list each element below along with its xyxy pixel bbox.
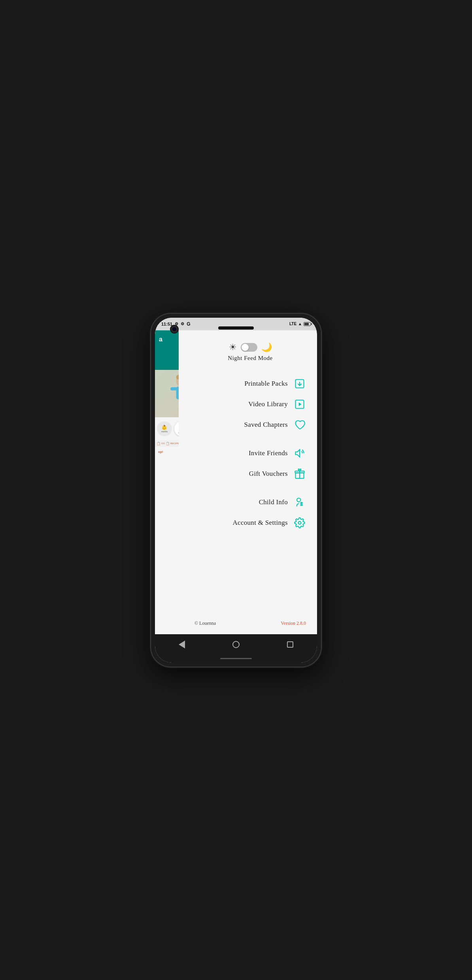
menu-section-3: Child Info <box>194 492 306 533</box>
gift-vouchers-item[interactable]: Gift Vouchers <box>194 464 306 484</box>
battery-icon <box>304 322 311 326</box>
baby-icon-0: 👶 <box>161 425 167 430</box>
settings2-icon: ⚙ <box>181 322 184 326</box>
app-logo: a <box>159 336 162 343</box>
night-feed-toggle-row: ☀ 🌙 <box>229 342 272 352</box>
drawer-menu: ☀ 🌙 Night Feed Mode Printable Packs <box>179 330 317 634</box>
child-info-item[interactable]: Child Info <box>194 492 306 513</box>
gift-vouchers-label: Gift Vouchers <box>249 470 288 478</box>
copyright-text: © Louenna <box>194 620 216 626</box>
account-settings-item[interactable]: Account & Settings <box>194 513 306 533</box>
account-settings-label: Account & Settings <box>233 519 288 527</box>
gesture-line <box>220 658 252 659</box>
menu-section-1: Printable Packs Video Lib <box>194 373 306 435</box>
svg-point-18 <box>298 521 301 524</box>
megaphone-icon <box>293 447 306 460</box>
child-info-label: Child Info <box>259 498 288 506</box>
gear-icon <box>293 516 306 529</box>
printable-packs-item[interactable]: Printable Packs <box>194 373 306 394</box>
heart-icon <box>293 418 306 431</box>
toggle-knob <box>242 344 249 351</box>
printable-packs-label: Printable Packs <box>244 380 288 388</box>
back-icon <box>179 641 185 648</box>
svg-marker-9 <box>299 402 302 406</box>
bottom-nav <box>155 634 317 655</box>
time-display: 11:51 <box>161 322 172 326</box>
back-button[interactable] <box>174 637 190 652</box>
phone-frame: 11:51 ⚙ ⚙ G LTE ▲ a <box>151 314 321 667</box>
status-right: LTE ▲ <box>289 322 311 326</box>
invite-friends-label: Invite Friends <box>249 449 288 457</box>
camera <box>170 325 179 334</box>
sun-icon: ☀ <box>229 342 237 352</box>
gesture-bar <box>155 655 317 663</box>
play-icon <box>293 398 306 411</box>
recent-button[interactable] <box>282 637 298 652</box>
night-feed-section: ☀ 🌙 Night Feed Mode <box>194 342 306 362</box>
invite-friends-item[interactable]: Invite Friends <box>194 443 306 464</box>
moon-icon: 🌙 <box>261 342 272 352</box>
signal-icon: ▲ <box>298 322 302 326</box>
home-button[interactable] <box>228 637 244 652</box>
screen: 11:51 ⚙ ⚙ G LTE ▲ a <box>155 318 317 663</box>
gs-tab-icon: 📋 <box>157 442 160 445</box>
speaker <box>218 326 254 330</box>
gs-tab-label: GS <box>161 442 165 445</box>
battery-fill <box>304 323 309 325</box>
recipes-tab-icon: 📋 <box>166 442 170 445</box>
version-text: Version 2.8.0 <box>281 620 306 626</box>
google-icon: G <box>187 321 190 327</box>
content-area: a <box>155 330 317 634</box>
saved-chapters-item[interactable]: Saved Chapters <box>194 415 306 435</box>
child-icon <box>293 496 306 509</box>
age-bubble-0[interactable]: 👶 months <box>157 421 172 436</box>
gift-icon <box>293 467 306 480</box>
recent-icon <box>287 641 293 648</box>
night-feed-toggle[interactable] <box>241 343 257 352</box>
nav-tab-gs[interactable]: 📋 GS <box>157 442 165 445</box>
home-icon <box>232 641 240 648</box>
svg-point-13 <box>297 498 300 501</box>
phone-inner: 11:51 ⚙ ⚙ G LTE ▲ a <box>155 318 317 663</box>
svg-rect-3 <box>170 387 177 390</box>
video-library-item[interactable]: Video Library <box>194 394 306 415</box>
menu-section-2: Invite Friends Gift Vouch <box>194 443 306 484</box>
download-icon <box>293 377 306 390</box>
lte-label: LTE <box>289 322 296 326</box>
night-feed-label: Night Feed Mode <box>228 355 272 362</box>
drawer-footer: © Louenna Version 2.8.0 <box>194 614 306 626</box>
saved-chapters-label: Saved Chapters <box>244 421 288 429</box>
video-library-label: Video Library <box>248 400 288 408</box>
